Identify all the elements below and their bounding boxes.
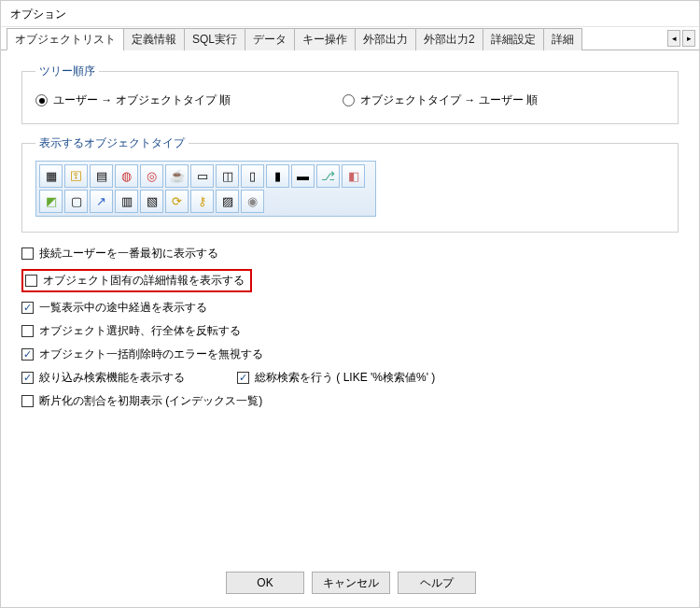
- button-bar: OK キャンセル ヘルプ: [1, 572, 700, 594]
- radio-row: ユーザー → オブジェクトタイプ 順 オブジェクトタイプ → ユーザー 順: [35, 89, 665, 108]
- thumb-icon[interactable]: ◩: [39, 190, 63, 213]
- tab-export1[interactable]: 外部出力: [355, 28, 416, 50]
- check-invert-row[interactable]: オブジェクト選択時、行全体を反転する: [21, 323, 679, 339]
- tab-detail-settings[interactable]: 詳細設定: [483, 28, 544, 50]
- group-object-types-legend: 表示するオブジェクトタイプ: [35, 135, 189, 151]
- cancel-button[interactable]: キャンセル: [312, 572, 390, 594]
- group-tree-order-legend: ツリー順序: [35, 64, 99, 79]
- branch-icon[interactable]: ⎇: [316, 164, 340, 188]
- check-row-pair: ✓ 絞り込み検索機能を表示する ✓ 総称検索を行う ( LIKE '%検索値%'…: [21, 370, 679, 386]
- radio-objtype-user[interactable]: オブジェクトタイプ → ユーザー 順: [343, 92, 538, 108]
- xml-icon[interactable]: ◧: [342, 164, 365, 188]
- object-type-toolbar: ▦ ⚿ ▤ ◍ ◎ ☕ ▭ ◫ ▯ ▮ ▬ ⎇ ◧ ◩ ▢ ↗ ▥ ▧ ⟳ ⚷ …: [35, 161, 376, 217]
- highlighted-option: オブジェクト固有の詳細情報を表示する: [21, 269, 252, 292]
- grid-icon[interactable]: ▦: [39, 164, 63, 188]
- check-label: オブジェクト固有の詳細情報を表示する: [43, 273, 245, 289]
- refresh-icon[interactable]: ⟳: [165, 190, 189, 213]
- check-label: 総称検索を行う ( LIKE '%検索値%' ): [255, 370, 435, 386]
- radio-label: オブジェクトタイプ → ユーザー 順: [360, 92, 538, 108]
- checkbox-icon: ✓: [237, 372, 249, 384]
- tab-definition[interactable]: 定義情報: [123, 28, 185, 50]
- checkbox-icon: ✓: [21, 302, 34, 314]
- group-tree-order: ツリー順序 ユーザー → オブジェクトタイプ 順 オブジェクトタイプ → ユーザ…: [21, 64, 679, 124]
- help-button[interactable]: ヘルプ: [398, 572, 476, 594]
- radio-user-objtype[interactable]: ユーザー → オブジェクトタイプ 順: [35, 92, 231, 108]
- key-icon[interactable]: ⚿: [64, 164, 88, 188]
- ok-button[interactable]: OK: [226, 572, 304, 594]
- calendar-icon[interactable]: ▤: [90, 164, 113, 188]
- note-icon[interactable]: ▢: [64, 190, 88, 213]
- radio-dot-icon: [343, 94, 355, 106]
- tab-sql-exec[interactable]: SQL実行: [184, 28, 245, 50]
- form3-icon[interactable]: ▬: [291, 164, 315, 188]
- tab-scroll-left[interactable]: ◂: [667, 30, 680, 47]
- tab-object-list[interactable]: オブジェクトリスト: [7, 28, 124, 50]
- col-icon[interactable]: ▨: [216, 190, 239, 213]
- window-title: オプション: [1, 1, 699, 27]
- checkbox-icon: [25, 275, 37, 287]
- sheet-icon[interactable]: ▧: [140, 190, 163, 213]
- checkbox-icon: [21, 325, 34, 337]
- check-show-progress[interactable]: ✓ 一覧表示中の途中経過を表示する: [21, 300, 679, 316]
- checkbox-icon: [21, 395, 34, 407]
- check-fragmentation[interactable]: 断片化の割合を初期表示 (インデックス一覧): [21, 393, 679, 409]
- checkbox-list: 接続ユーザーを一番最初に表示する オブジェクト固有の詳細情報を表示する ✓ 一覧…: [21, 246, 679, 409]
- shortcut-icon[interactable]: ↗: [90, 190, 113, 213]
- tab-bar: オブジェクトリスト 定義情報 SQL実行 データ キー操作 外部出力 外部出力2…: [1, 27, 699, 50]
- form-icon[interactable]: ▯: [241, 164, 264, 188]
- check-label: 接続ユーザーを一番最初に表示する: [39, 246, 218, 262]
- tab-key-ops[interactable]: キー操作: [294, 28, 356, 50]
- window-icon[interactable]: ▭: [190, 164, 214, 188]
- tab-data[interactable]: データ: [245, 28, 295, 50]
- check-label: オブジェクト選択時、行全体を反転する: [39, 323, 241, 339]
- table-icon[interactable]: ▥: [115, 190, 138, 213]
- check-label: オブジェクト一括削除時のエラーを無視する: [39, 346, 263, 362]
- checkbox-icon: ✓: [21, 372, 34, 384]
- check-ignore-delete-error[interactable]: ✓ オブジェクト一括削除時のエラーを無視する: [21, 346, 679, 362]
- checkbox-icon: ✓: [21, 348, 34, 361]
- radio-dot-icon: [35, 94, 48, 106]
- check-conn-user-first[interactable]: 接続ユーザーを一番最初に表示する: [21, 246, 679, 262]
- info-icon[interactable]: ◉: [241, 190, 264, 213]
- group-object-types: 表示するオブジェクトタイプ ▦ ⚿ ▤ ◍ ◎ ☕ ▭ ◫ ▯ ▮ ▬ ⎇ ◧ …: [21, 135, 679, 233]
- sql-icon[interactable]: ◫: [216, 164, 239, 188]
- radio-label: ユーザー → オブジェクトタイプ 順: [53, 92, 231, 108]
- check-object-detail-info[interactable]: オブジェクト固有の詳細情報を表示する: [25, 273, 245, 289]
- tab-detail[interactable]: 詳細: [543, 28, 582, 50]
- key2-icon[interactable]: ⚷: [190, 190, 214, 213]
- check-wildcard-search[interactable]: ✓ 総称検索を行う ( LIKE '%検索値%' ): [237, 370, 435, 386]
- check-label: 絞り込み検索機能を表示する: [39, 370, 185, 386]
- tab-export2[interactable]: 外部出力2: [415, 28, 483, 50]
- check-filter-search[interactable]: ✓ 絞り込み検索機能を表示する: [21, 370, 185, 386]
- db1-icon[interactable]: ◍: [115, 164, 138, 188]
- tab-scroll-right[interactable]: ▸: [682, 30, 695, 47]
- checkbox-icon: [21, 247, 34, 260]
- db2-icon[interactable]: ◎: [140, 164, 163, 188]
- cup-icon[interactable]: ☕: [165, 164, 189, 188]
- check-label: 断片化の割合を初期表示 (インデックス一覧): [39, 393, 262, 409]
- check-label: 一覧表示中の途中経過を表示する: [39, 300, 207, 316]
- panel: ツリー順序 ユーザー → オブジェクトタイプ 順 オブジェクトタイプ → ユーザ…: [1, 50, 699, 418]
- form2-icon[interactable]: ▮: [266, 164, 289, 188]
